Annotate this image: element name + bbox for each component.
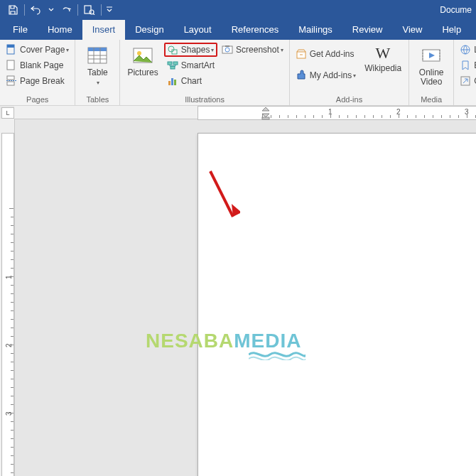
indent-marker[interactable] bbox=[259, 106, 273, 122]
print-preview-button[interactable] bbox=[80, 0, 99, 20]
svg-rect-4 bbox=[7, 45, 14, 48]
svg-rect-15 bbox=[173, 62, 178, 65]
svg-rect-28 bbox=[262, 117, 269, 119]
addins-icon bbox=[296, 70, 307, 81]
table-button[interactable]: Table▾ bbox=[78, 43, 117, 89]
vertical-ruler[interactable]: 123 bbox=[0, 119, 15, 476]
tab-help[interactable]: Help bbox=[432, 20, 471, 40]
undo-button[interactable] bbox=[26, 0, 46, 20]
shapes-button[interactable]: Shapes▾ bbox=[164, 43, 217, 57]
ruler-corner[interactable]: L bbox=[1, 107, 14, 119]
store-icon bbox=[296, 48, 307, 60]
smartart-button[interactable]: SmartArt bbox=[164, 58, 217, 72]
table-icon bbox=[86, 44, 109, 67]
cover-page-icon bbox=[6, 44, 17, 55]
tab-view[interactable]: View bbox=[392, 20, 432, 40]
svg-rect-22 bbox=[225, 45, 229, 47]
document-page[interactable] bbox=[198, 133, 476, 476]
group-label-media: Media bbox=[412, 94, 450, 105]
group-addins: Get Add-ins My Add-ins ▾ W Wikipedia Add… bbox=[290, 40, 409, 105]
svg-rect-16 bbox=[171, 66, 175, 69]
save-button[interactable] bbox=[3, 0, 23, 20]
svg-rect-18 bbox=[171, 78, 173, 85]
group-pages: Cover Page▾ Blank Page Page Break Pages bbox=[0, 40, 75, 105]
my-addins-button[interactable]: My Add-ins ▾ bbox=[293, 68, 359, 82]
tab-file[interactable]: File bbox=[0, 20, 38, 40]
chart-icon bbox=[167, 75, 178, 87]
blank-page-button[interactable]: Blank Page bbox=[3, 58, 72, 72]
ribbon: Cover Page▾ Blank Page Page Break Pages … bbox=[0, 40, 476, 106]
page-break-button[interactable]: Page Break bbox=[3, 74, 72, 88]
wikipedia-button[interactable]: W Wikipedia bbox=[360, 43, 406, 75]
group-tables: Table▾ Tables bbox=[75, 40, 120, 105]
online-video-button[interactable]: Online Video bbox=[412, 43, 450, 88]
screenshot-button[interactable]: Screenshot▾ bbox=[219, 43, 286, 57]
title-bar: Docume bbox=[0, 0, 476, 20]
link-button[interactable]: L bbox=[457, 43, 476, 57]
blank-page-icon bbox=[6, 60, 17, 71]
page-break-icon bbox=[6, 75, 17, 87]
link-icon bbox=[460, 44, 471, 55]
shapes-icon bbox=[167, 44, 178, 55]
group-links: L B C bbox=[454, 40, 476, 105]
svg-rect-14 bbox=[168, 62, 172, 65]
svg-rect-9 bbox=[88, 48, 107, 51]
svg-rect-5 bbox=[7, 60, 14, 70]
svg-rect-6 bbox=[7, 76, 14, 80]
cross-reference-button[interactable]: C bbox=[457, 74, 476, 88]
svg-rect-0 bbox=[85, 6, 91, 13]
svg-rect-7 bbox=[7, 82, 14, 85]
svg-text:W: W bbox=[376, 44, 391, 62]
svg-rect-19 bbox=[174, 80, 176, 85]
ribbon-tabs: File Home Insert Design Layout Reference… bbox=[0, 20, 476, 40]
document-workspace: L 123 123 NESABAMEDIA bbox=[0, 106, 476, 476]
cover-page-button[interactable]: Cover Page▾ bbox=[3, 43, 72, 57]
document-title: Docume bbox=[440, 5, 473, 15]
group-label-tables: Tables bbox=[78, 94, 117, 105]
smartart-icon bbox=[167, 60, 178, 71]
tab-insert[interactable]: Insert bbox=[82, 20, 126, 40]
get-addins-button[interactable]: Get Add-ins bbox=[293, 47, 359, 61]
svg-point-12 bbox=[168, 46, 174, 52]
tab-references[interactable]: References bbox=[222, 20, 288, 40]
bookmark-icon bbox=[460, 60, 471, 71]
bookmark-button[interactable]: B bbox=[457, 58, 476, 72]
tab-design[interactable]: Design bbox=[125, 20, 173, 40]
group-label-illustrations: Illustrations bbox=[123, 94, 286, 105]
group-media: Online Video Media bbox=[409, 40, 454, 105]
chart-button[interactable]: Chart bbox=[164, 74, 217, 88]
horizontal-ruler[interactable]: 123 bbox=[14, 106, 476, 119]
pictures-icon bbox=[131, 44, 154, 67]
group-label-pages: Pages bbox=[3, 94, 72, 105]
tab-layout[interactable]: Layout bbox=[174, 20, 222, 40]
svg-rect-17 bbox=[168, 81, 171, 85]
tab-home[interactable]: Home bbox=[38, 20, 82, 40]
cross-ref-icon bbox=[460, 75, 471, 87]
wikipedia-icon: W bbox=[372, 44, 394, 63]
redo-button[interactable] bbox=[56, 0, 76, 20]
svg-point-11 bbox=[137, 51, 141, 55]
watermark-wave-icon bbox=[249, 349, 305, 360]
undo-more-button[interactable] bbox=[46, 0, 56, 20]
qat-customize-button[interactable] bbox=[103, 0, 116, 20]
tab-mailings[interactable]: Mailings bbox=[288, 20, 342, 40]
tab-review[interactable]: Review bbox=[342, 20, 393, 40]
group-illustrations: Pictures Shapes▾ SmartArt Chart Screensh… bbox=[120, 40, 289, 105]
pictures-button[interactable]: Pictures bbox=[123, 43, 162, 79]
video-icon bbox=[420, 44, 443, 67]
tell-me[interactable]: T bbox=[471, 21, 476, 40]
screenshot-icon bbox=[222, 44, 233, 55]
group-label-addins: Add-ins bbox=[293, 94, 406, 105]
